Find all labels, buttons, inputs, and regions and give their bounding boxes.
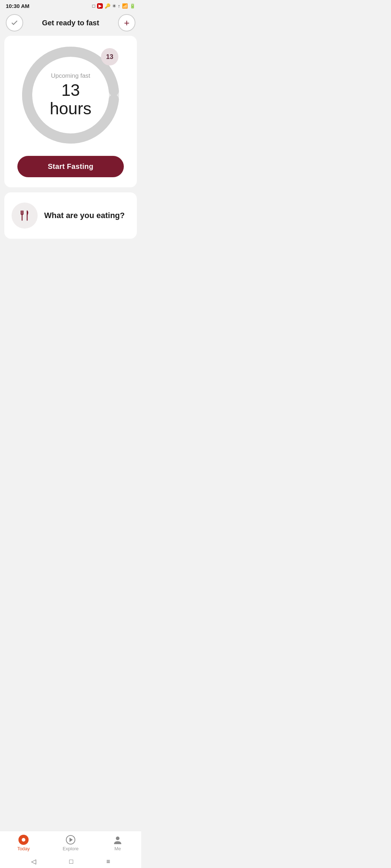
status-bar: 10:30 AM □ ▶ 🔑 ✳ ↑ 📶 🔋 <box>0 0 141 10</box>
signal-icon: ↑ <box>118 3 121 9</box>
wifi-icon: 📶 <box>122 3 128 9</box>
add-button[interactable]: + <box>118 14 135 31</box>
food-question: What are you eating? <box>44 211 125 220</box>
bluetooth-icon: ✳ <box>112 3 116 9</box>
utensils-icon <box>18 209 31 222</box>
key-icon: 🔑 <box>105 3 110 9</box>
top-nav: Get ready to fast + <box>0 10 141 36</box>
page-title: Get ready to fast <box>42 19 99 27</box>
check-icon <box>10 19 18 27</box>
upcoming-label: Upcoming fast <box>45 72 96 80</box>
food-card[interactable]: What are you eating? <box>4 192 137 239</box>
food-icon-wrap <box>12 203 38 229</box>
fast-duration: 13 hours <box>45 81 96 118</box>
status-icons: □ ▶ 🔑 ✳ ↑ 📶 🔋 <box>92 3 135 9</box>
ring-badge: 13 <box>101 48 118 65</box>
camera-icon: □ <box>92 3 95 9</box>
battery-icon: 🔋 <box>130 3 135 9</box>
ring-container: 13 Upcoming fast 13 hours <box>20 44 121 146</box>
status-time: 10:30 AM <box>6 3 29 9</box>
check-button[interactable] <box>6 14 23 31</box>
record-icon: ▶ <box>97 3 103 9</box>
main-card: 13 Upcoming fast 13 hours Start Fasting <box>4 36 137 187</box>
start-fasting-button[interactable]: Start Fasting <box>17 156 123 177</box>
ring-center-text: Upcoming fast 13 hours <box>45 72 96 118</box>
